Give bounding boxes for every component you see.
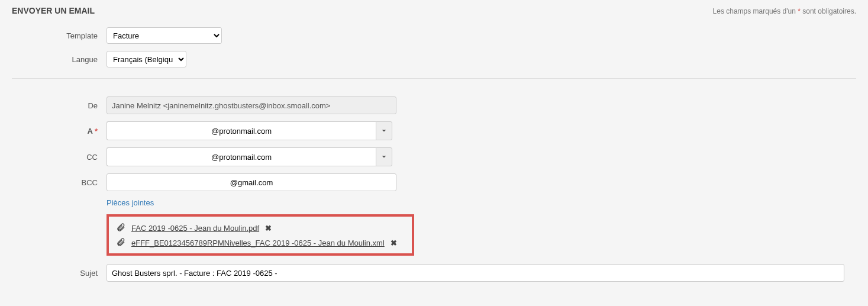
a-label: A * xyxy=(12,127,107,136)
a-label-text: A xyxy=(87,127,92,136)
required-fields-note: Les champs marqués d'un * sont obligatoi… xyxy=(713,7,856,15)
sujet-label: Sujet xyxy=(12,269,107,278)
required-star-a: * xyxy=(95,127,98,136)
required-note-post: sont obligatoires. xyxy=(801,7,856,15)
required-note-pre: Les champs marqués d'un xyxy=(713,7,798,15)
page-title: ENVOYER UN EMAIL xyxy=(12,6,95,15)
section-divider xyxy=(12,78,856,79)
attachment-filename[interactable]: FAC 2019 -0625 - Jean du Moulin.pdf xyxy=(131,224,259,233)
paperclip-icon xyxy=(116,237,125,249)
bcc-label: BCC xyxy=(12,178,107,187)
paperclip-icon xyxy=(116,223,125,234)
sujet-input[interactable] xyxy=(107,264,844,282)
a-dropdown-button[interactable] xyxy=(376,121,392,140)
attachments-link[interactable]: Pièces jointes xyxy=(107,198,154,207)
cc-input[interactable] xyxy=(107,147,376,166)
attachment-item: eFFF_BE0123456789RPMNivelles_FAC 2019 -0… xyxy=(116,237,405,249)
attachment-filename[interactable]: eFFF_BE0123456789RPMNivelles_FAC 2019 -0… xyxy=(131,239,385,247)
template-label: Template xyxy=(12,31,107,40)
attachments-highlight-box: FAC 2019 -0625 - Jean du Moulin.pdf ✖ eF… xyxy=(107,214,414,256)
attachment-remove-button[interactable]: ✖ xyxy=(265,224,272,233)
caret-down-icon xyxy=(382,128,386,133)
langue-label: Langue xyxy=(12,55,107,64)
cc-dropdown-button[interactable] xyxy=(376,147,392,166)
template-select[interactable]: Facture xyxy=(107,27,222,44)
a-input[interactable] xyxy=(107,121,376,140)
langue-select[interactable]: Français (Belgique) xyxy=(107,51,186,67)
de-input xyxy=(107,96,396,114)
bcc-input[interactable] xyxy=(107,173,396,191)
attachment-item: FAC 2019 -0625 - Jean du Moulin.pdf ✖ xyxy=(116,223,405,234)
caret-down-icon xyxy=(382,154,386,159)
de-label: De xyxy=(12,101,107,110)
attachment-remove-button[interactable]: ✖ xyxy=(391,239,397,247)
cc-label: CC xyxy=(12,153,107,162)
